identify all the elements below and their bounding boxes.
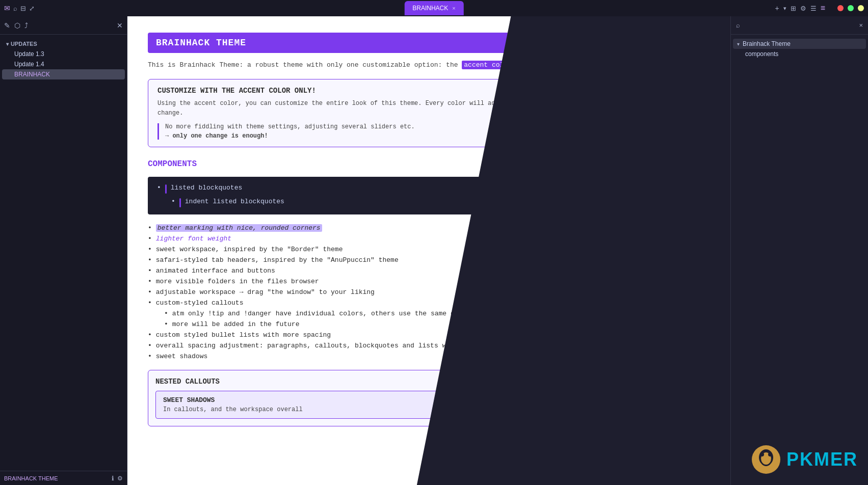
list-item-5: • animated interface and buttons bbox=[148, 265, 596, 276]
list-section: • better marking with nice, rounded corn… bbox=[148, 223, 596, 362]
sidebar-item-brainhack[interactable]: BRAINHACK bbox=[2, 69, 125, 79]
svg-point-4 bbox=[768, 452, 772, 456]
list-bullet-4: • bbox=[148, 256, 152, 264]
bullet-icon: • bbox=[157, 184, 161, 192]
sidebar-footer: BRAINHACK THEME ℹ ⚙ bbox=[0, 471, 127, 485]
gear-icon[interactable]: ⚙ bbox=[117, 475, 123, 482]
pkmer-text-label: PKMER bbox=[786, 449, 858, 470]
app-body: ✎ ⬡ ⤴ ✕ ▾ UPDATES Update 1.3 Update 1.4 … bbox=[0, 16, 868, 485]
callout-body: Using the accent color, you can customiz… bbox=[157, 99, 587, 118]
sidebar-content: ▾ UPDATES Update 1.3 Update 1.4 BRAINHAC… bbox=[0, 35, 127, 471]
edit-icon[interactable]: ✎ bbox=[4, 21, 10, 30]
ribbon-icon2[interactable]: ☰ bbox=[810, 5, 817, 12]
list-text-sub-2: more will be added in the future bbox=[172, 320, 300, 328]
callout-quote-line1: No more fiddling with theme settings, ad… bbox=[165, 123, 587, 130]
titlebar: ✉ ⌕ ⊟ ⤢ BRAINHACK × + ▾ ⊞ ⚙ ☰ ≡ bbox=[0, 0, 868, 16]
sidebar-item-update13[interactable]: Update 1.3 bbox=[2, 49, 125, 59]
list-bullet-sub-1: • bbox=[164, 310, 168, 317]
list-text-highlight-1: better marking with nice, rounded corner… bbox=[156, 224, 322, 232]
blockquote-bar bbox=[165, 184, 167, 194]
callout-title: CUSTOMIZE WITH THE ACCENT COLOR ONLY! bbox=[157, 87, 587, 95]
tree-caret-icon: ▾ bbox=[737, 41, 740, 47]
brainhack-tab[interactable]: BRAINHACK × bbox=[404, 1, 463, 15]
sidebar-toolbar: ✎ ⬡ ⤴ ✕ bbox=[0, 16, 127, 35]
right-panel-toolbar: ⌕ × bbox=[731, 16, 868, 35]
list-item-11: • overall spacing adjustment: paragraphs… bbox=[148, 340, 596, 351]
list-bullet-5: • bbox=[148, 267, 152, 275]
list-text-7: adjustable workspace → drag "the window"… bbox=[156, 288, 375, 296]
list-text-4: safari-styled tab headers, inspired by t… bbox=[156, 256, 399, 264]
win-maximize-button[interactable] bbox=[848, 5, 854, 11]
doc-content: BRAINHACK THEME This is Brainhack Theme:… bbox=[148, 33, 596, 426]
list-bullet-11: • bbox=[148, 342, 152, 349]
list-bullet-sub-2: • bbox=[164, 320, 168, 328]
tree-label-components: components bbox=[745, 50, 778, 58]
new-tab-icon[interactable]: + bbox=[775, 4, 779, 12]
list-item-8: • custom-styled callouts bbox=[148, 298, 596, 308]
search-icon-right[interactable]: ⌕ bbox=[736, 21, 740, 29]
tree-item-components[interactable]: components bbox=[733, 49, 866, 59]
list-text-12: sweet shadows bbox=[156, 353, 207, 360]
list-item-sub-1: • atm only !tip and !danger have individ… bbox=[148, 308, 596, 319]
dropdown-icon[interactable]: ▾ bbox=[783, 5, 786, 12]
list-text-6: more visible folders in the files browse… bbox=[156, 278, 319, 285]
indent-bullet-icon: • bbox=[171, 198, 175, 205]
tree-item-brainhack-theme[interactable]: ▾ Brainhack Theme bbox=[733, 39, 866, 49]
win-minimize-button[interactable] bbox=[858, 5, 864, 11]
vault-icon: ✉ bbox=[4, 4, 10, 12]
search-icon-titlebar[interactable]: ⌕ bbox=[13, 5, 17, 12]
list-text-8: custom-styled callouts bbox=[156, 299, 244, 307]
info-icon[interactable]: ℹ bbox=[112, 475, 114, 482]
list-text-11: overall spacing adjustment: paragraphs, … bbox=[156, 342, 589, 349]
columns-icon[interactable]: ⊞ bbox=[791, 5, 796, 12]
list-bullet-10: • bbox=[148, 331, 152, 339]
layout-icon[interactable]: ⊟ bbox=[20, 5, 26, 12]
blockquote-item-1: • listed blockquotes bbox=[157, 184, 587, 194]
blockquote-indent-item: • indent listed blockquotes bbox=[171, 198, 587, 207]
tab-label: BRAINHACK bbox=[412, 5, 448, 12]
svg-point-3 bbox=[760, 452, 764, 456]
pkmer-logo-icon bbox=[751, 444, 781, 475]
sidebar-item-update14[interactable]: Update 1.4 bbox=[2, 59, 125, 69]
nested-callout-inner: SWEET SHADOWS In callouts, and the works… bbox=[155, 391, 589, 419]
ribbon-icon1[interactable]: ⚙ bbox=[800, 5, 806, 12]
tree-label-brainhack: Brainhack Theme bbox=[743, 40, 791, 47]
nested-callout-outer: NESTED CALLOUTS SWEET SHADOWS In callout… bbox=[148, 370, 596, 426]
list-item-12: • sweet shadows bbox=[148, 351, 596, 362]
blockquote-text-1: listed blockquotes bbox=[171, 184, 242, 192]
list-bullet-6: • bbox=[148, 278, 152, 285]
theme-banner: BRAINHACK THEME bbox=[148, 33, 596, 53]
search-input-right[interactable] bbox=[744, 22, 855, 29]
list-text-10: custom styled bullet lists with more spa… bbox=[156, 331, 331, 339]
footer-label: BRAINHACK THEME bbox=[4, 475, 58, 481]
save-icon[interactable]: ⬡ bbox=[14, 21, 20, 30]
right-panel: ⌕ × ▾ Brainhack Theme components bbox=[730, 16, 868, 485]
list-item-6: • more visible folders in the files brow… bbox=[148, 276, 596, 287]
doc-panel[interactable]: BRAINHACK THEME This is Brainhack Theme:… bbox=[127, 16, 730, 485]
file-tree: ▾ Brainhack Theme components bbox=[731, 35, 868, 485]
close-sidebar-icon[interactable]: ✕ bbox=[117, 21, 123, 30]
list-bullet-1: • bbox=[148, 224, 152, 232]
list-item-1: • better marking with nice, rounded corn… bbox=[148, 223, 596, 233]
list-bullet-8: • bbox=[148, 299, 152, 307]
blockquote-bar-2 bbox=[179, 198, 181, 207]
tab-close-button[interactable]: × bbox=[452, 5, 455, 11]
list-item-2: • lighter font weight bbox=[148, 233, 596, 244]
ribbon-icon3[interactable]: ≡ bbox=[821, 4, 825, 13]
list-text-sub-1: atm only !tip and !danger have individua… bbox=[172, 310, 503, 317]
blockquote-container: • listed blockquotes • indent listed blo… bbox=[148, 177, 596, 214]
expand-icon[interactable]: ⤢ bbox=[29, 5, 35, 12]
titlebar-right: + ▾ ⊞ ⚙ ☰ ≡ bbox=[775, 4, 864, 13]
close-search-icon[interactable]: × bbox=[859, 21, 863, 29]
win-close-button[interactable] bbox=[837, 5, 844, 11]
sidebar-footer-icons: ℹ ⚙ bbox=[112, 475, 123, 482]
callout-quote: No more fiddling with theme settings, ad… bbox=[157, 123, 587, 140]
list-text-lighter-2: lighter font weight bbox=[156, 235, 231, 242]
callout-quote-line2: → only one change is enough! bbox=[165, 132, 587, 140]
list-bullet-7: • bbox=[148, 288, 152, 296]
list-text-5: animated interface and buttons bbox=[156, 267, 275, 275]
main-area: BRAINHACK THEME This is Brainhack Theme:… bbox=[127, 16, 868, 485]
customize-callout: CUSTOMIZE WITH THE ACCENT COLOR ONLY! Us… bbox=[148, 79, 596, 147]
nested-callout-inner-title: SWEET SHADOWS bbox=[163, 396, 581, 404]
share-icon[interactable]: ⤴ bbox=[24, 21, 28, 30]
